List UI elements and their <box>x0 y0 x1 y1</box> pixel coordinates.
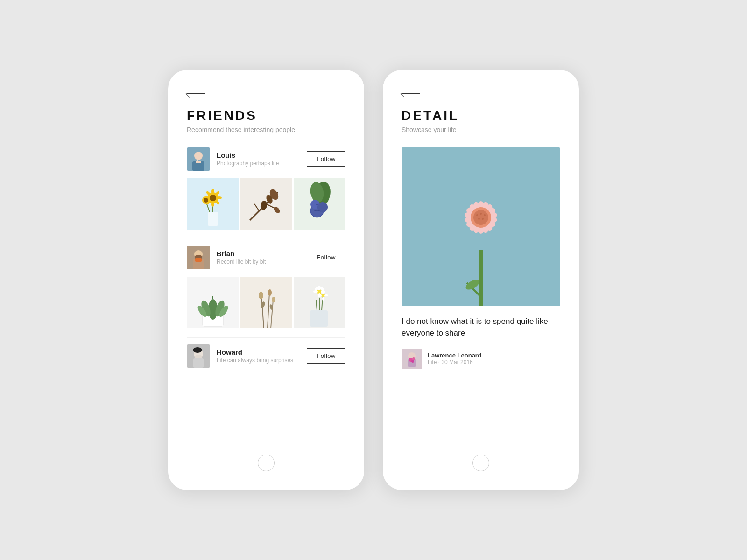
friends-phone: FRIENDS Recommend these interesting peop… <box>168 70 364 490</box>
svg-point-1 <box>194 152 203 160</box>
friend-name-brian: Brian <box>217 250 307 258</box>
svg-point-106 <box>484 214 486 216</box>
friend-info-howard: Howard Life can always bring surprises <box>217 348 307 364</box>
avatar-brian <box>187 246 210 269</box>
svg-point-107 <box>482 218 484 220</box>
follow-button-louis[interactable]: Follow <box>307 151 345 167</box>
svg-point-103 <box>473 210 488 225</box>
svg-point-74 <box>324 294 328 296</box>
svg-point-20 <box>204 198 208 203</box>
svg-rect-6 <box>208 212 218 226</box>
svg-point-53 <box>259 292 263 299</box>
svg-point-71 <box>322 290 324 294</box>
svg-point-105 <box>480 213 482 215</box>
avatar-howard <box>187 344 210 368</box>
friend-bio-howard: Life can always bring surprises <box>217 357 307 364</box>
home-indicator <box>258 455 275 471</box>
friend-name-howard: Howard <box>217 348 307 356</box>
detail-title: DETAIL <box>402 108 560 123</box>
svg-point-10 <box>210 195 216 201</box>
svg-rect-49 <box>240 277 292 328</box>
svg-point-12 <box>211 202 214 207</box>
photo-daisies <box>294 277 345 328</box>
detail-subtitle: Showcase your life <box>402 126 560 133</box>
svg-point-114 <box>411 360 414 363</box>
detail-description: I do not know what it is to spend quite … <box>402 315 560 339</box>
photo-sunflower <box>187 178 239 230</box>
home-indicator-detail <box>472 455 489 471</box>
detail-hero-image <box>402 147 560 306</box>
friend-info-brian: Brian Record life bit by bit <box>217 250 307 265</box>
photo-dried-flowers <box>240 277 292 328</box>
detail-back-arrow-icon <box>402 93 420 94</box>
svg-point-73 <box>318 294 322 296</box>
svg-point-11 <box>211 189 214 194</box>
svg-rect-79 <box>193 358 204 368</box>
detail-phone: DETAIL Showcase your life <box>383 70 579 490</box>
friend-item-brian: Brian Record life bit by bit Follow <box>187 246 345 269</box>
follow-button-brian[interactable]: Follow <box>307 250 345 265</box>
back-arrow-icon <box>187 93 205 94</box>
photo-branch <box>240 178 292 230</box>
svg-rect-59 <box>310 310 328 327</box>
friend-item-howard: Howard Life can always bring surprises F… <box>187 344 345 368</box>
author-info: Lawrence Leonard Life · 30 Mar 2016 <box>428 352 481 365</box>
friends-title: FRIENDS <box>187 108 345 123</box>
svg-point-77 <box>193 347 202 353</box>
follow-button-howard[interactable]: Follow <box>307 348 345 364</box>
svg-point-14 <box>217 196 222 199</box>
svg-rect-40 <box>195 258 202 262</box>
friend-info-louis: Louis Photography perhaps life <box>217 151 307 167</box>
screen-container: FRIENDS Recommend these interesting peop… <box>140 42 607 518</box>
svg-point-104 <box>476 214 478 216</box>
photo-plant <box>187 277 239 328</box>
svg-point-54 <box>268 289 272 296</box>
svg-point-72 <box>322 297 324 301</box>
author-name: Lawrence Leonard <box>428 352 481 359</box>
divider-2 <box>187 337 345 338</box>
friend-item-louis: Louis Photography perhaps life Follow <box>187 147 345 171</box>
svg-point-70 <box>321 294 325 297</box>
divider-1 <box>187 239 345 239</box>
back-button[interactable] <box>187 93 345 94</box>
louis-photo-grid <box>187 178 345 230</box>
friend-bio-louis: Photography perhaps life <box>217 160 307 167</box>
detail-back-button[interactable] <box>402 93 560 94</box>
brian-photo-grid <box>187 277 345 328</box>
friends-subtitle: Recommend these interesting people <box>187 126 345 133</box>
svg-point-55 <box>272 297 275 302</box>
friend-bio-brian: Record life bit by bit <box>217 259 307 265</box>
photo-berries <box>294 178 345 230</box>
friend-name-louis: Louis <box>217 151 307 159</box>
author-avatar <box>402 349 422 369</box>
author-row: Lawrence Leonard Life · 30 Mar 2016 <box>402 349 560 369</box>
author-meta: Life · 30 Mar 2016 <box>428 359 481 365</box>
avatar-louis <box>187 147 210 171</box>
svg-point-108 <box>478 218 480 220</box>
svg-rect-4 <box>196 161 201 163</box>
